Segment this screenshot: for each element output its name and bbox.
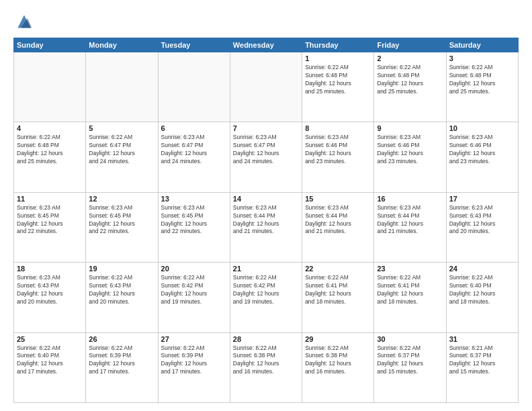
day-number: 20 (161, 265, 227, 273)
calendar-cell: 12Sunrise: 6:23 AM Sunset: 6:45 PM Dayli… (86, 192, 158, 262)
calendar-header-row: SundayMondayTuesdayWednesdayThursdayFrid… (14, 38, 519, 52)
day-info: Sunrise: 6:23 AM Sunset: 6:47 PM Dayligh… (233, 134, 299, 166)
day-info: Sunrise: 6:23 AM Sunset: 6:44 PM Dayligh… (377, 204, 443, 236)
calendar-cell: 29Sunrise: 6:22 AM Sunset: 6:38 PM Dayli… (302, 332, 374, 402)
day-info: Sunrise: 6:23 AM Sunset: 6:46 PM Dayligh… (377, 134, 443, 166)
calendar-cell (158, 52, 230, 122)
calendar-cell: 23Sunrise: 6:22 AM Sunset: 6:41 PM Dayli… (374, 263, 446, 332)
calendar-cell: 17Sunrise: 6:23 AM Sunset: 6:43 PM Dayli… (446, 192, 518, 262)
logo-icon (13, 11, 35, 32)
day-info: Sunrise: 6:22 AM Sunset: 6:42 PM Dayligh… (233, 274, 299, 306)
day-info: Sunrise: 6:22 AM Sunset: 6:39 PM Dayligh… (161, 345, 227, 377)
calendar-cell: 7Sunrise: 6:23 AM Sunset: 6:47 PM Daylig… (230, 122, 302, 192)
calendar-table: SundayMondayTuesdayWednesdayThursdayFrid… (13, 38, 519, 403)
day-number: 18 (17, 265, 83, 273)
day-info: Sunrise: 6:22 AM Sunset: 6:39 PM Dayligh… (89, 345, 154, 377)
day-info: Sunrise: 6:22 AM Sunset: 6:40 PM Dayligh… (17, 345, 83, 377)
calendar-cell (86, 52, 158, 122)
day-number: 4 (17, 124, 83, 132)
calendar-week-3: 11Sunrise: 6:23 AM Sunset: 6:45 PM Dayli… (14, 192, 519, 262)
logo (13, 11, 38, 32)
day-info: Sunrise: 6:22 AM Sunset: 6:41 PM Dayligh… (305, 274, 371, 306)
day-info: Sunrise: 6:23 AM Sunset: 6:45 PM Dayligh… (161, 204, 227, 236)
day-number: 31 (449, 335, 515, 343)
day-info: Sunrise: 6:22 AM Sunset: 6:48 PM Dayligh… (449, 64, 515, 96)
calendar-cell: 25Sunrise: 6:22 AM Sunset: 6:40 PM Dayli… (14, 332, 86, 402)
calendar-cell: 28Sunrise: 6:22 AM Sunset: 6:38 PM Dayli… (230, 332, 302, 402)
calendar-week-4: 18Sunrise: 6:23 AM Sunset: 6:43 PM Dayli… (14, 263, 519, 332)
day-number: 9 (377, 124, 443, 132)
day-number: 8 (305, 124, 371, 132)
calendar-cell: 3Sunrise: 6:22 AM Sunset: 6:48 PM Daylig… (446, 52, 518, 122)
calendar-cell: 31Sunrise: 6:21 AM Sunset: 6:37 PM Dayli… (446, 332, 518, 402)
calendar-cell: 4Sunrise: 6:22 AM Sunset: 6:48 PM Daylig… (14, 122, 86, 192)
calendar-cell: 24Sunrise: 6:22 AM Sunset: 6:40 PM Dayli… (446, 263, 518, 332)
calendar-cell: 26Sunrise: 6:22 AM Sunset: 6:39 PM Dayli… (86, 332, 158, 402)
day-info: Sunrise: 6:22 AM Sunset: 6:48 PM Dayligh… (17, 134, 83, 166)
day-number: 27 (161, 335, 227, 343)
day-info: Sunrise: 6:22 AM Sunset: 6:37 PM Dayligh… (377, 345, 443, 377)
calendar-header-tuesday: Tuesday (158, 38, 230, 52)
day-info: Sunrise: 6:23 AM Sunset: 6:46 PM Dayligh… (449, 134, 515, 166)
calendar-cell: 15Sunrise: 6:23 AM Sunset: 6:44 PM Dayli… (302, 192, 374, 262)
calendar-header-thursday: Thursday (302, 38, 374, 52)
day-number: 2 (377, 54, 443, 62)
calendar-cell: 30Sunrise: 6:22 AM Sunset: 6:37 PM Dayli… (374, 332, 446, 402)
day-number: 25 (17, 335, 83, 343)
day-info: Sunrise: 6:22 AM Sunset: 6:48 PM Dayligh… (305, 64, 371, 96)
day-info: Sunrise: 6:22 AM Sunset: 6:43 PM Dayligh… (89, 274, 154, 306)
day-number: 26 (89, 335, 154, 343)
day-info: Sunrise: 6:23 AM Sunset: 6:47 PM Dayligh… (161, 134, 227, 166)
day-number: 12 (89, 195, 154, 203)
page: SundayMondayTuesdayWednesdayThursdayFrid… (0, 0, 532, 411)
day-number: 22 (305, 265, 371, 273)
day-info: Sunrise: 6:22 AM Sunset: 6:41 PM Dayligh… (377, 274, 443, 306)
day-info: Sunrise: 6:22 AM Sunset: 6:42 PM Dayligh… (161, 274, 227, 306)
day-info: Sunrise: 6:23 AM Sunset: 6:44 PM Dayligh… (305, 204, 371, 236)
day-info: Sunrise: 6:22 AM Sunset: 6:38 PM Dayligh… (233, 345, 299, 377)
day-info: Sunrise: 6:22 AM Sunset: 6:47 PM Dayligh… (89, 134, 154, 166)
day-number: 1 (305, 54, 371, 62)
calendar-cell: 22Sunrise: 6:22 AM Sunset: 6:41 PM Dayli… (302, 263, 374, 332)
day-info: Sunrise: 6:23 AM Sunset: 6:43 PM Dayligh… (17, 274, 83, 306)
day-info: Sunrise: 6:23 AM Sunset: 6:43 PM Dayligh… (449, 204, 515, 236)
day-info: Sunrise: 6:23 AM Sunset: 6:46 PM Dayligh… (305, 134, 371, 166)
calendar-cell: 9Sunrise: 6:23 AM Sunset: 6:46 PM Daylig… (374, 122, 446, 192)
day-number: 30 (377, 335, 443, 343)
header (13, 11, 519, 32)
day-number: 15 (305, 195, 371, 203)
calendar-cell: 6Sunrise: 6:23 AM Sunset: 6:47 PM Daylig… (158, 122, 230, 192)
calendar-cell: 2Sunrise: 6:22 AM Sunset: 6:48 PM Daylig… (374, 52, 446, 122)
calendar-cell: 5Sunrise: 6:22 AM Sunset: 6:47 PM Daylig… (86, 122, 158, 192)
calendar-header-friday: Friday (374, 38, 446, 52)
day-info: Sunrise: 6:21 AM Sunset: 6:37 PM Dayligh… (449, 345, 515, 377)
calendar-cell: 27Sunrise: 6:22 AM Sunset: 6:39 PM Dayli… (158, 332, 230, 402)
calendar-week-5: 25Sunrise: 6:22 AM Sunset: 6:40 PM Dayli… (14, 332, 519, 402)
day-number: 11 (17, 195, 83, 203)
calendar-header-monday: Monday (86, 38, 158, 52)
calendar-cell: 18Sunrise: 6:23 AM Sunset: 6:43 PM Dayli… (14, 263, 86, 332)
calendar-header-sunday: Sunday (14, 38, 86, 52)
day-number: 7 (233, 124, 299, 132)
calendar-header-saturday: Saturday (446, 38, 518, 52)
calendar-cell: 10Sunrise: 6:23 AM Sunset: 6:46 PM Dayli… (446, 122, 518, 192)
day-number: 29 (305, 335, 371, 343)
day-info: Sunrise: 6:22 AM Sunset: 6:48 PM Dayligh… (377, 64, 443, 96)
day-number: 14 (233, 195, 299, 203)
day-number: 24 (449, 265, 515, 273)
calendar-cell: 11Sunrise: 6:23 AM Sunset: 6:45 PM Dayli… (14, 192, 86, 262)
calendar-cell: 13Sunrise: 6:23 AM Sunset: 6:45 PM Dayli… (158, 192, 230, 262)
day-info: Sunrise: 6:23 AM Sunset: 6:45 PM Dayligh… (89, 204, 154, 236)
day-number: 13 (161, 195, 227, 203)
calendar-cell: 1Sunrise: 6:22 AM Sunset: 6:48 PM Daylig… (302, 52, 374, 122)
calendar-cell (230, 52, 302, 122)
calendar-cell: 19Sunrise: 6:22 AM Sunset: 6:43 PM Dayli… (86, 263, 158, 332)
day-number: 19 (89, 265, 154, 273)
day-number: 10 (449, 124, 515, 132)
day-number: 23 (377, 265, 443, 273)
day-number: 17 (449, 195, 515, 203)
calendar-cell: 8Sunrise: 6:23 AM Sunset: 6:46 PM Daylig… (302, 122, 374, 192)
day-number: 6 (161, 124, 227, 132)
calendar-cell: 14Sunrise: 6:23 AM Sunset: 6:44 PM Dayli… (230, 192, 302, 262)
day-number: 16 (377, 195, 443, 203)
